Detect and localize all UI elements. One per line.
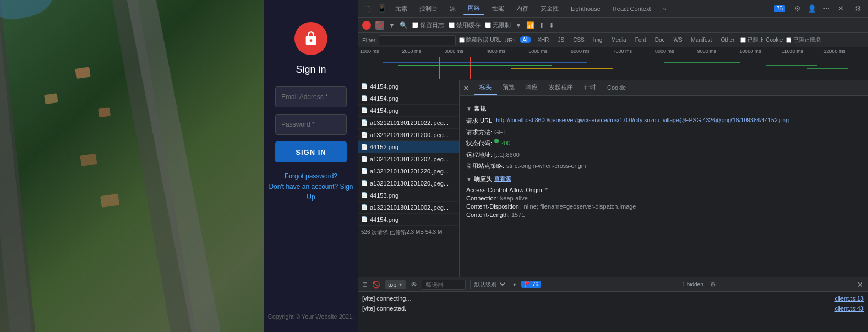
filter-icon[interactable]: ▼ — [389, 21, 395, 29]
devtools-panel: ⬚ 📱 元素 控制台 源 网络 性能 内存 安全性 Lighthouse Rea… — [358, 0, 868, 332]
close-devtools-icon[interactable]: ✕ — [835, 3, 846, 14]
tab-more[interactable]: » — [659, 3, 671, 14]
disable-cache-checkbox[interactable]: 禁用缓存 — [449, 21, 481, 29]
request-item-3[interactable]: 📄 a13212101301201022.jpeg... — [358, 117, 459, 129]
filter-doc[interactable]: Doc — [652, 36, 668, 43]
file-icon: 📄 — [361, 168, 368, 174]
device-icon[interactable]: 📱 — [376, 3, 387, 14]
resp-val-3: 1571 — [511, 211, 525, 218]
filter-xhr[interactable]: XHR — [534, 36, 552, 43]
main-content-area: 📄 44154.png 📄 44154.png 📄 44154.png 📄 a1… — [358, 80, 868, 277]
forgot-password-link[interactable]: Forgot password? — [285, 172, 337, 180]
tab-performance[interactable]: 性能 — [488, 2, 509, 15]
console-toolbar: ⊡ 🚫 top ▼ 👁 默认级别 ▼ 🚩 76 1 hidden ⚙ ✕ — [358, 277, 868, 292]
request-item-10[interactable]: 📄 a13212101301201002.jpeg... — [358, 202, 459, 214]
console-gear-icon[interactable]: ⚙ — [710, 281, 716, 289]
detail-close-icon[interactable]: ✕ — [463, 84, 470, 92]
wifi-icon[interactable]: 📶 — [526, 21, 534, 29]
tab-security[interactable]: 安全性 — [536, 2, 563, 15]
file-icon: 📄 — [361, 107, 368, 113]
request-name: 44154.png — [370, 83, 456, 90]
console-prompt-icon[interactable]: ⊡ — [362, 281, 368, 289]
filter-all[interactable]: All — [520, 36, 531, 43]
method-key: 请求方法: — [466, 128, 492, 137]
console-source-0[interactable]: client.ts:13 — [834, 294, 864, 304]
request-item-7[interactable]: 📄 a13212101301201220.jpeg... — [358, 165, 459, 177]
file-icon: 📄 — [361, 95, 368, 101]
detail-tab-timing[interactable]: 计时 — [578, 81, 602, 95]
request-item-0[interactable]: 📄 44154.png — [358, 80, 459, 92]
preserve-log-checkbox[interactable]: 保留日志 — [412, 21, 444, 29]
request-name: a13212101301201220.jpeg... — [370, 168, 456, 175]
email-input[interactable] — [275, 86, 347, 107]
resp-row-2: Content-Disposition: inline; filename=ge… — [466, 203, 861, 210]
tab-sources[interactable]: 源 — [445, 2, 460, 15]
signup-link[interactable]: Don't have an account? Sign Up — [269, 183, 353, 201]
tab-memory[interactable]: 内存 — [512, 2, 533, 15]
password-input[interactable] — [275, 114, 347, 135]
detail-tab-initiator[interactable]: 发起程序 — [543, 81, 578, 95]
filter-media[interactable]: Media — [608, 36, 629, 43]
tab-console[interactable]: 控制台 — [415, 2, 442, 15]
top-dropdown-icon: ▼ — [398, 282, 403, 287]
request-url-row: 请求 URL: http://localhost:8600/geoserver/… — [466, 116, 861, 126]
user-icon[interactable]: 👤 — [806, 3, 817, 14]
filter-img[interactable]: Img — [591, 36, 605, 43]
tab-lighthouse[interactable]: Lighthouse — [566, 3, 605, 14]
tl-10000: 10000 ms — [739, 48, 782, 54]
inspect-icon[interactable]: ⬚ — [362, 3, 373, 14]
console-close-icon[interactable]: ✕ — [857, 280, 864, 289]
detail-tab-response[interactable]: 响应 — [520, 81, 543, 95]
console-eye-icon[interactable]: 👁 — [411, 281, 417, 289]
settings-icon[interactable]: ⚙ — [792, 3, 803, 14]
request-item-11[interactable]: 📄 44154.png — [358, 214, 459, 226]
detail-tab-preview[interactable]: 预览 — [497, 81, 520, 95]
more-icon[interactable]: ⋯ — [821, 3, 832, 14]
filter-other[interactable]: Other — [718, 36, 737, 43]
console-panel: ⊡ 🚫 top ▼ 👁 默认级别 ▼ 🚩 76 1 hidden ⚙ ✕ [vi — [358, 277, 868, 332]
search-icon[interactable]: 🔍 — [400, 21, 408, 29]
links-area: Forgot password? Don't have an account? … — [264, 171, 358, 203]
tl-3000: 3000 ms — [444, 48, 487, 54]
console-source-1[interactable]: client.ts:43 — [834, 304, 864, 314]
blocked-requests-checkbox[interactable]: 已阻止请求 — [786, 36, 821, 44]
filter-ws[interactable]: WS — [670, 36, 685, 43]
request-item-9[interactable]: 📄 44153.png — [358, 189, 459, 202]
filter-font[interactable]: Font — [632, 36, 649, 43]
detail-tab-cookie[interactable]: Cookie — [602, 82, 631, 94]
request-item-4[interactable]: 📄 a13212101301201200.jpeg... — [358, 129, 459, 141]
lock-icon-container — [294, 22, 327, 55]
request-url-value[interactable]: http://localhost:8600/geoserver/gwc/serv… — [496, 116, 789, 126]
upload-icon[interactable]: ⬆ — [539, 21, 544, 29]
view-source-button[interactable]: 查看源 — [494, 175, 511, 183]
request-item-8[interactable]: 📄 a13212101301201020.jpeg... — [358, 177, 459, 189]
devtools-settings-icon[interactable]: ⚙ — [853, 3, 864, 14]
filter-manifest[interactable]: Manifest — [689, 36, 715, 43]
console-level-select[interactable]: 默认级别 — [470, 280, 507, 289]
request-item-6[interactable]: 📄 a13212101301201202.jpeg... — [358, 153, 459, 165]
request-item-1[interactable]: 📄 44154.png — [358, 92, 459, 105]
filter-label-text: URL — [504, 37, 516, 43]
request-item-5[interactable]: 📄 44152.png — [358, 141, 459, 153]
throttle-select[interactable]: 无限制 — [485, 21, 511, 29]
clear-button[interactable]: 🚫 — [375, 21, 384, 30]
hide-data-urls-checkbox[interactable]: 隐藏数据 URL — [459, 36, 501, 44]
record-button[interactable] — [362, 21, 371, 30]
console-filter-input[interactable] — [422, 280, 466, 290]
filter-css[interactable]: CSS — [570, 36, 587, 43]
top-selector[interactable]: top ▼ — [385, 280, 406, 289]
tab-react-context[interactable]: React Context — [608, 3, 656, 14]
tab-network[interactable]: 网络 — [463, 2, 484, 15]
blocked-cookies-checkbox[interactable]: 已阻止 Cookie — [740, 36, 783, 44]
throttle-down-icon[interactable]: ▼ — [515, 21, 522, 29]
filter-input[interactable] — [379, 35, 456, 45]
console-block-icon[interactable]: 🚫 — [372, 281, 380, 289]
status-dot — [494, 139, 499, 143]
detail-tab-headers[interactable]: 标头 — [474, 81, 497, 95]
download-icon[interactable]: ⬇ — [549, 21, 554, 29]
request-item-2[interactable]: 📄 44154.png — [358, 105, 459, 117]
method-value: GET — [494, 128, 507, 137]
signin-button[interactable]: SIGN IN — [275, 141, 347, 162]
tab-elements[interactable]: 元素 — [391, 2, 412, 15]
filter-js[interactable]: JS — [555, 36, 567, 43]
